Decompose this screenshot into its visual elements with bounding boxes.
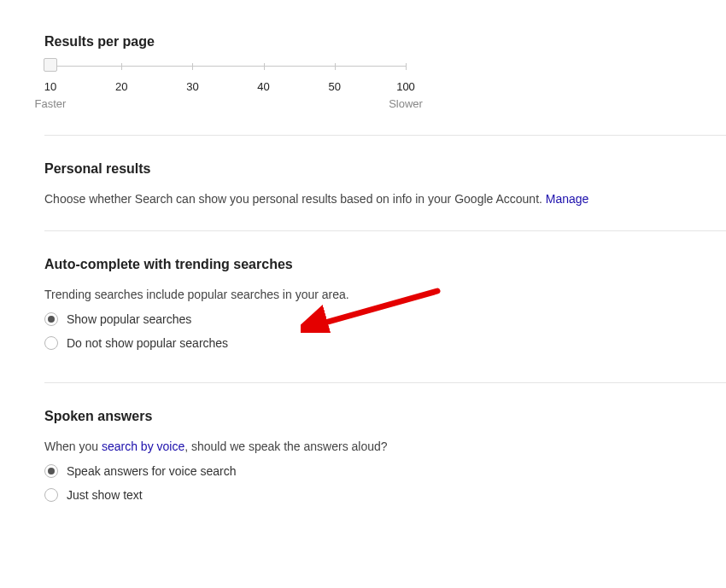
autocomplete-radio-group: Show popular searchesDo not show popular… [44,312,726,350]
spoken-answers-heading: Spoken answers [44,409,726,424]
results-per-page-heading: Results per page [44,34,726,49]
autocomplete-heading: Auto-complete with trending searches [44,257,726,272]
section-autocomplete: Auto-complete with trending searches Tre… [44,231,726,382]
spoken-answers-description: When you search by voice, should we spea… [44,438,726,456]
autocomplete-option-0[interactable]: Show popular searches [44,312,726,326]
slider-tick-label: 20 [115,80,127,93]
radio-icon [44,464,58,478]
radio-label: Speak answers for voice search [67,464,236,478]
slider-tick [335,63,336,70]
personal-results-manage-link[interactable]: Manage [546,192,589,206]
spoken-answers-prefix: When you [44,440,102,453]
radio-icon [44,336,58,350]
radio-label: Just show text [67,488,143,502]
radio-label: Do not show popular searches [67,336,228,350]
slider-tick-label: 40 [257,80,269,93]
radio-label: Show popular searches [67,312,191,326]
slider-tick [406,63,407,70]
results-per-page-slider[interactable]: 1020304050100 Faster Slower [44,63,412,113]
slider-handle[interactable] [44,58,57,72]
personal-results-text: Choose whether Search can show you perso… [44,192,546,206]
personal-results-heading: Personal results [44,161,726,177]
slider-tick [192,63,193,70]
section-personal-results: Personal results Choose whether Search c… [44,136,726,230]
slider-tick-label: 100 [396,80,415,93]
personal-results-description: Choose whether Search can show you perso… [44,190,726,208]
autocomplete-option-1[interactable]: Do not show popular searches [44,336,726,350]
slider-tick-label: 10 [44,80,56,93]
radio-icon [44,488,58,502]
search-by-voice-link[interactable]: search by voice [102,440,184,453]
radio-icon [44,312,58,326]
spoken-answers-radio-group: Speak answers for voice searchJust show … [44,464,726,502]
settings-panel: Results per page 1020304050100 Faster Sl… [44,26,726,534]
slider-tick-label: 50 [329,80,341,93]
slider-tick [264,63,265,70]
spoken-answers-suffix: , should we speak the answers aloud? [184,440,387,453]
spoken-option-1[interactable]: Just show text [44,488,726,502]
autocomplete-description: Trending searches include popular search… [44,286,726,304]
section-results-per-page: Results per page 1020304050100 Faster Sl… [44,26,726,135]
slider-faster-label: Faster [35,97,67,110]
spoken-option-0[interactable]: Speak answers for voice search [44,464,726,478]
slider-tick [121,63,122,70]
section-spoken-answers: Spoken answers When you search by voice,… [44,383,726,534]
slider-slower-label: Slower [389,97,423,110]
slider-tick-label: 30 [186,80,198,93]
